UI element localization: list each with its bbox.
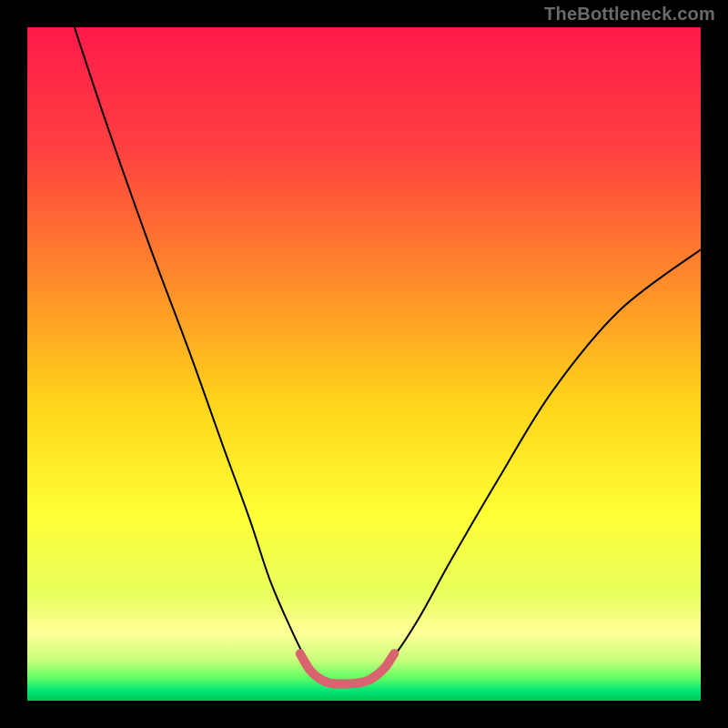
chart-frame: TheBottleneck.com	[0, 0, 728, 728]
watermark-label: TheBottleneck.com	[544, 4, 715, 25]
gradient-background	[27, 27, 701, 701]
bottleneck-chart	[0, 0, 728, 728]
